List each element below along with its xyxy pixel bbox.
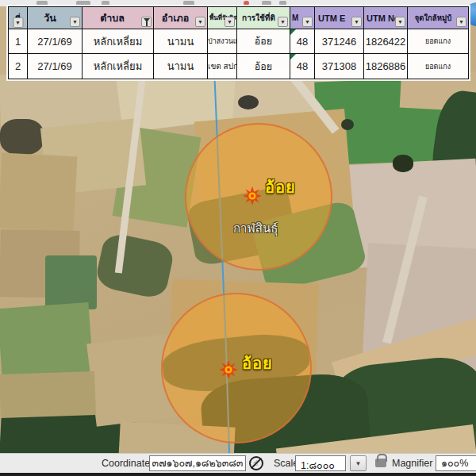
cell-landuse: อ้อย [237, 29, 290, 54]
cell-tambon: หลักเหลี่ยม [83, 29, 154, 54]
toolbar-record-icon [244, 1, 249, 6]
coordinate-input[interactable] [149, 455, 246, 471]
cell-m: 48 [290, 29, 315, 54]
table-row[interactable]: 1 27/1/69 หลักเหลี่ยม นามน ป่าสงวนแห่งชา… [9, 29, 469, 54]
chevron-down-icon: ▼ [15, 20, 21, 25]
table-row[interactable]: 2 27/1/69 หลักเหลี่ยม นามน เขต สปก. อ้อย… [9, 54, 469, 79]
cell-area: ป่าสงวนแห่งชาติ [208, 29, 237, 54]
column-header-landuse: การใช้ที่ดิ ▼ [237, 7, 290, 29]
cell-no: 2 [9, 54, 28, 79]
toolbar-fragment-icon [102, 1, 109, 6]
cell-m: 48 [290, 54, 315, 79]
column-header-utm-e: UTM E ▼ [315, 7, 364, 29]
chevron-down-icon: ▼ [459, 19, 464, 25]
column-header-village: จุดใกล้หมู่บ้ ▼ [408, 7, 469, 29]
filter-dropdown-button[interactable]: ▼ [13, 17, 23, 28]
toolbar-fragment-icon [36, 1, 48, 6]
cell-no: 1 [9, 29, 28, 54]
status-bar: Coordinate Scale 1:๘๐๐๐ ▼ Magnifier [0, 453, 476, 473]
cell-village: ยอดแกง [408, 29, 469, 54]
magnifier-label: Magnifier [392, 458, 432, 469]
chevron-down-icon: ▼ [227, 19, 232, 25]
scale-dropdown-button[interactable]: ▼ [350, 455, 367, 471]
filter-dropdown-button[interactable]: ▼ [395, 17, 405, 27]
pan-disabled-icon[interactable] [249, 456, 263, 470]
filter-dropdown-button[interactable]: ▼ [278, 17, 288, 27]
cell-utm-no: 1826422 [364, 29, 408, 54]
cell-utm-no: 1826886 [364, 54, 408, 79]
chevron-down-icon: ▼ [355, 460, 362, 467]
attribute-table: ที่ ▼ วัน ▼ ตำบล อำเภอ ▼ พื้นที่รับผิดช [8, 6, 469, 79]
toolbar-fragment-icon [279, 1, 286, 6]
filter-dropdown-button[interactable]: ▼ [195, 17, 205, 27]
column-header-utm-no: UTM No ▼ [364, 7, 408, 29]
filter-dropdown-button[interactable]: ▼ [70, 17, 80, 27]
gis-application-window: อ้อย อ้อย กาฬสินธุ์ ที่ ▼ [0, 0, 476, 476]
window-bottom-edge [0, 473, 476, 476]
toolbar-fragment-icon [262, 1, 271, 6]
filter-dropdown-button[interactable]: ▼ [302, 17, 313, 27]
crop-label-upper: อ้อย [265, 175, 296, 200]
cell-village: ยอดแกง [408, 54, 469, 79]
cell-tambon: หลักเหลี่ยม [83, 54, 154, 79]
cell-utm-e: 371308 [315, 54, 364, 79]
cell-amphoe: นามน [154, 54, 208, 79]
table-header-row: ที่ ▼ วัน ▼ ตำบล อำเภอ ▼ พื้นที่รับผิดช [9, 7, 469, 29]
column-header-date: วัน ▼ [28, 7, 83, 29]
funnel-icon [144, 18, 150, 22]
chevron-down-icon: ▼ [305, 19, 310, 25]
filter-dropdown-button[interactable]: ▼ [456, 17, 466, 27]
chevron-down-icon: ▼ [280, 19, 286, 25]
magnifier-input[interactable] [436, 455, 476, 471]
cell-amphoe: นามน [154, 29, 208, 54]
comment-corner-icon [290, 54, 296, 60]
cell-date: 27/1/69 [28, 54, 83, 79]
filter-dropdown-button[interactable]: ▼ [351, 17, 362, 27]
scale-value[interactable]: 1:๘๐๐๐ [295, 455, 346, 471]
toolbar-fragment-icon [183, 1, 194, 6]
chevron-down-icon: ▼ [198, 19, 203, 25]
lock-icon [375, 459, 386, 467]
chevron-down-icon: ▼ [354, 19, 359, 25]
column-header-tambon: ตำบล [83, 7, 154, 29]
top-toolbar [0, 0, 476, 6]
filter-dropdown-button[interactable]: ▼ [225, 17, 235, 27]
chevron-down-icon: ▼ [397, 19, 403, 25]
crop-label-lower: อ้อย [242, 351, 273, 376]
cell-landuse: อ้อย [237, 54, 290, 79]
column-header-no: ที่ ▼ [9, 7, 28, 29]
toolbar-fragment-icon [76, 1, 90, 6]
plot-marker-upper[interactable] [242, 186, 263, 206]
filter-funnel-button[interactable] [141, 17, 152, 27]
plot-marker-lower[interactable] [218, 359, 239, 380]
chevron-down-icon: ▼ [72, 19, 78, 25]
comment-corner-icon [290, 29, 296, 35]
coordinate-label: Coordinate [102, 458, 150, 469]
cell-date: 27/1/69 [28, 29, 83, 54]
column-header-area: พื้นที่รับผิดช ▼ [208, 7, 237, 29]
cell-utm-e: 371246 [315, 29, 364, 54]
column-header-m: M ▼ [290, 7, 315, 29]
column-header-amphoe: อำเภอ ▼ [154, 7, 208, 29]
province-label: กาฬสินธุ์ [233, 219, 278, 238]
cell-area: เขต สปก. [208, 54, 237, 79]
